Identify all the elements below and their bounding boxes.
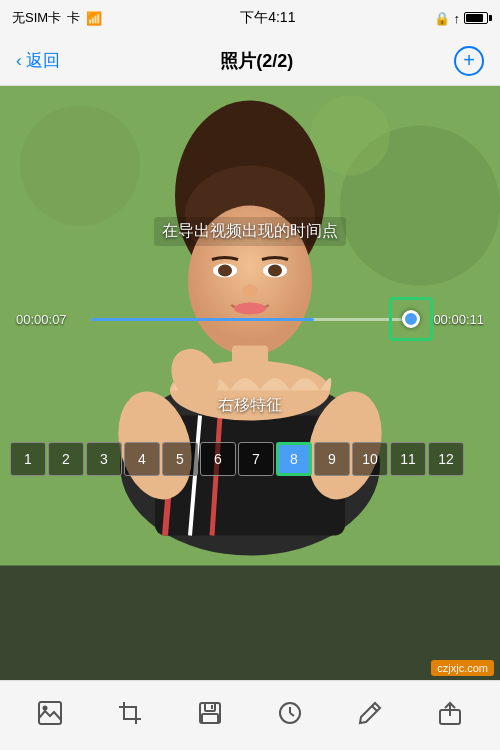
back-chevron-icon: ‹ <box>16 51 22 71</box>
status-right: 🔒 ↑ <box>434 11 489 26</box>
number-cell-1[interactable]: 1 <box>10 442 46 476</box>
svg-rect-26 <box>124 707 136 719</box>
back-label[interactable]: 返回 <box>26 49 60 72</box>
watermark: czjxjc.com <box>431 660 494 676</box>
page-title: 照片(2/2) <box>220 49 293 73</box>
crop-button[interactable] <box>108 694 152 738</box>
pen-icon <box>357 700 383 732</box>
number-cell-4[interactable]: 4 <box>124 442 160 476</box>
time-bar[interactable]: 00:00:07 00:00:11 <box>0 312 500 327</box>
save-icon <box>197 700 223 732</box>
number-cell-5[interactable]: 5 <box>162 442 198 476</box>
svg-point-1 <box>20 106 140 226</box>
battery-icon <box>464 12 488 24</box>
svg-point-8 <box>218 265 232 277</box>
clock-icon <box>277 700 303 732</box>
save-button[interactable] <box>188 694 232 738</box>
photo-viewer: 在导出视频出现的时间点 00:00:07 00:00:11 右移特征 12345… <box>0 86 500 680</box>
status-left: 无SIM卡 卡 📶 <box>12 9 102 27</box>
battery-fill <box>466 14 483 22</box>
annotation-middle-text: 右移特征 <box>218 395 282 416</box>
number-cell-6[interactable]: 6 <box>200 442 236 476</box>
pen-button[interactable] <box>348 694 392 738</box>
number-strip-wrapper: 123456789101112 <box>0 442 500 476</box>
nav-bar: ‹ 返回 照片(2/2) + <box>0 36 500 86</box>
wifi-icon: 📶 <box>86 11 102 26</box>
time-start-label: 00:00:07 <box>16 312 81 327</box>
clock-button[interactable] <box>268 694 312 738</box>
number-cell-3[interactable]: 3 <box>86 442 122 476</box>
svg-rect-29 <box>202 714 218 723</box>
photo-background: 在导出视频出现的时间点 00:00:07 00:00:11 右移特征 12345… <box>0 86 500 680</box>
number-cell-10[interactable]: 10 <box>352 442 388 476</box>
number-strip: 123456789101112 <box>10 442 490 476</box>
crop-icon <box>117 700 143 732</box>
annotation-top-text: 在导出视频出现的时间点 <box>154 217 346 246</box>
number-cell-12[interactable]: 12 <box>428 442 464 476</box>
sim-card-text: 卡 <box>67 9 80 27</box>
bottom-toolbar <box>0 680 500 750</box>
svg-line-34 <box>372 706 377 711</box>
carrier-text: 无SIM卡 <box>12 9 61 27</box>
signal-icon: ↑ <box>454 11 461 26</box>
number-cell-2[interactable]: 2 <box>48 442 84 476</box>
lock-icon: 🔒 <box>434 11 450 26</box>
status-bar: 无SIM卡 卡 📶 下午4:11 🔒 ↑ <box>0 0 500 36</box>
share-button[interactable] <box>428 694 472 738</box>
slider-thumb-wrapper <box>389 297 433 341</box>
svg-rect-28 <box>205 703 215 711</box>
svg-point-11 <box>242 285 258 297</box>
slider-track[interactable] <box>91 318 409 321</box>
svg-line-33 <box>290 713 294 716</box>
number-cell-9[interactable]: 9 <box>314 442 350 476</box>
svg-rect-23 <box>0 566 500 681</box>
slider-thumb-outer-box <box>389 297 433 341</box>
status-time: 下午4:11 <box>240 9 295 27</box>
number-cell-11[interactable]: 11 <box>390 442 426 476</box>
number-cell-8[interactable]: 8 <box>276 442 312 476</box>
watermark-site: czjxjc.com <box>437 662 488 674</box>
slider-fill <box>91 318 314 321</box>
svg-point-10 <box>268 265 282 277</box>
back-button[interactable]: ‹ 返回 <box>16 49 60 72</box>
add-button[interactable]: + <box>454 46 484 76</box>
svg-point-3 <box>310 96 390 176</box>
share-icon <box>437 700 463 732</box>
number-cell-7[interactable]: 7 <box>238 442 274 476</box>
person-illustration <box>0 86 500 680</box>
gallery-button[interactable] <box>28 694 72 738</box>
slider-thumb[interactable] <box>402 310 420 328</box>
gallery-icon <box>37 700 63 732</box>
